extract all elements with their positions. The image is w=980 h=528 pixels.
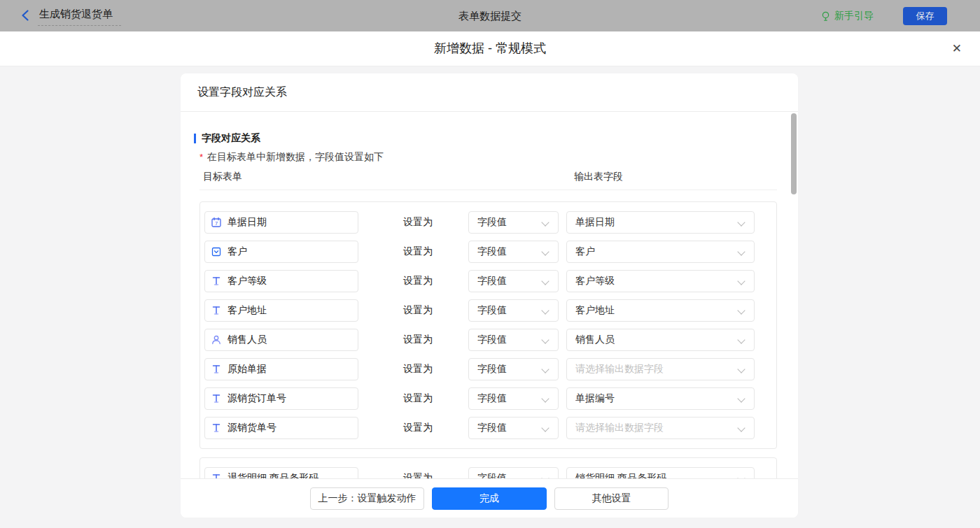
value-type-selected: 字段值 bbox=[477, 334, 507, 346]
output-field-select[interactable]: 客户地址 bbox=[566, 299, 755, 322]
save-button[interactable]: 保存 bbox=[903, 7, 947, 25]
output-field-selected: 请选择输出数据字段 bbox=[575, 363, 664, 376]
value-type-selected: 字段值 bbox=[477, 245, 507, 258]
column-header-output-fields: 输出表字段 bbox=[574, 171, 623, 183]
chevron-down-icon bbox=[541, 277, 549, 285]
chevron-down-icon bbox=[541, 424, 549, 431]
topbar: 生成销货退货单 表单数据提交 新手引导 保存 bbox=[0, 0, 980, 31]
set-as-label: 设置为 bbox=[403, 245, 435, 258]
source-field-box: 退货明细.商品条形码 bbox=[204, 467, 358, 478]
topbar-center-title: 表单数据提交 bbox=[458, 0, 522, 31]
value-type-selected: 字段值 bbox=[477, 304, 507, 317]
svg-text:7: 7 bbox=[215, 220, 218, 227]
required-asterisk: * bbox=[200, 152, 203, 162]
field-mapping-row: 客户等级 设置为 字段值 客户等级 bbox=[204, 266, 772, 296]
source-field-label: 源销货单号 bbox=[227, 422, 276, 434]
chevron-down-icon bbox=[541, 218, 549, 226]
calendar-icon: 7 bbox=[211, 217, 222, 228]
output-field-select[interactable]: 客户 bbox=[566, 241, 755, 263]
beginner-guide-link[interactable]: 新手引导 bbox=[820, 0, 874, 31]
guide-label: 新手引导 bbox=[834, 10, 874, 22]
output-field-selected: 请选择输出数据字段 bbox=[575, 422, 664, 434]
scrollbar-thumb[interactable] bbox=[791, 113, 797, 194]
chevron-down-icon bbox=[541, 365, 549, 373]
value-type-select[interactable]: 字段值 bbox=[468, 329, 559, 351]
value-type-selected: 字段值 bbox=[477, 422, 507, 434]
field-mapping-row: 7 单据日期 设置为 字段值 单据日期 bbox=[204, 208, 772, 237]
card-title: 设置字段对应关系 bbox=[181, 73, 798, 112]
output-field-selected: 销货明细.商品条形码 bbox=[575, 472, 666, 478]
output-field-select[interactable]: 客户等级 bbox=[566, 270, 755, 292]
output-field-select[interactable]: 单据编号 bbox=[566, 387, 755, 410]
source-field-label: 客户地址 bbox=[227, 304, 267, 317]
output-field-selected: 销售人员 bbox=[575, 334, 615, 346]
output-field-select[interactable]: 请选择输出数据字段 bbox=[566, 417, 755, 439]
output-field-select[interactable]: 单据日期 bbox=[566, 211, 755, 234]
card-content: 字段对应关系 *在目标表单中新增数据，字段值设置如下 目标表单 输出表字段 7 … bbox=[181, 113, 798, 478]
value-type-select[interactable]: 字段值 bbox=[468, 417, 559, 439]
source-field-box: 源销货订单号 bbox=[204, 387, 358, 410]
value-type-select[interactable]: 字段值 bbox=[468, 387, 559, 410]
chevron-down-icon bbox=[541, 336, 549, 343]
output-field-select[interactable]: 销售人员 bbox=[566, 329, 755, 351]
source-field-label: 源销货订单号 bbox=[227, 392, 286, 405]
chevron-down-icon bbox=[737, 248, 745, 255]
note-text: 在目标表单中新增数据，字段值设置如下 bbox=[207, 151, 384, 162]
field-mapping-row: 客户地址 设置为 字段值 客户地址 bbox=[204, 296, 772, 325]
chevron-down-icon bbox=[737, 336, 745, 343]
other-settings-button[interactable]: 其他设置 bbox=[554, 487, 668, 510]
text-icon bbox=[211, 276, 222, 287]
previous-step-button[interactable]: 上一步：设置触发动作 bbox=[310, 487, 424, 510]
text-icon bbox=[211, 393, 222, 404]
source-field-label: 原始单据 bbox=[227, 363, 267, 376]
user-icon bbox=[211, 334, 222, 345]
done-button[interactable]: 完成 bbox=[432, 487, 547, 510]
output-field-selected: 客户 bbox=[575, 245, 595, 258]
section-accent-bar bbox=[194, 134, 196, 143]
set-as-label: 设置为 bbox=[403, 334, 435, 346]
close-icon[interactable]: ✕ bbox=[952, 31, 962, 66]
required-note: *在目标表单中新增数据，字段值设置如下 bbox=[200, 151, 798, 162]
modal-title: 新增数据 - 常规模式 bbox=[0, 31, 980, 66]
back-arrow-icon[interactable] bbox=[20, 9, 32, 22]
field-mapping-row: 原始单据 设置为 字段值 请选择输出数据字段 bbox=[204, 355, 772, 384]
card-footer: 上一步：设置触发动作 完成 其他设置 bbox=[181, 478, 798, 518]
output-field-selected: 单据编号 bbox=[575, 392, 615, 405]
value-type-selected: 字段值 bbox=[477, 363, 507, 376]
select-icon bbox=[211, 246, 222, 257]
text-icon bbox=[211, 305, 222, 316]
output-field-select[interactable]: 销货明细.商品条形码 bbox=[566, 467, 755, 478]
value-type-select[interactable]: 字段值 bbox=[468, 241, 559, 263]
chevron-down-icon bbox=[737, 424, 745, 431]
source-field-box: 原始单据 bbox=[204, 358, 358, 380]
source-field-box: 销售人员 bbox=[204, 329, 358, 351]
chevron-down-icon bbox=[541, 306, 549, 314]
field-mapping-row: 退货明细.商品条形码 设置为 字段值 销货明细.商品条形码 bbox=[204, 464, 772, 478]
set-as-label: 设置为 bbox=[403, 275, 435, 287]
value-type-select[interactable]: 字段值 bbox=[468, 358, 559, 380]
field-mapping-row: 客户 设置为 字段值 客户 bbox=[204, 237, 772, 266]
set-as-label: 设置为 bbox=[403, 216, 435, 229]
set-as-label: 设置为 bbox=[403, 422, 435, 434]
modal-header: 新增数据 - 常规模式 ✕ bbox=[0, 31, 980, 66]
settings-card: 设置字段对应关系 字段对应关系 *在目标表单中新增数据，字段值设置如下 目标表单… bbox=[181, 73, 798, 518]
chevron-down-icon bbox=[737, 218, 745, 226]
value-type-select[interactable]: 字段值 bbox=[468, 211, 559, 234]
workflow-title[interactable]: 生成销货退货单 bbox=[38, 8, 121, 26]
section-title: 字段对应关系 bbox=[202, 132, 260, 145]
value-type-select[interactable]: 字段值 bbox=[468, 270, 559, 292]
source-field-label: 退货明细.商品条形码 bbox=[227, 472, 318, 478]
source-field-label: 单据日期 bbox=[227, 216, 267, 229]
modal-body: 设置字段对应关系 字段对应关系 *在目标表单中新增数据，字段值设置如下 目标表单… bbox=[0, 66, 980, 528]
source-field-box: 客户 bbox=[204, 241, 358, 263]
main-field-rows-group: 7 单据日期 设置为 字段值 单据日期 客户 设置为 字段值 客户 客户等级 bbox=[200, 201, 777, 449]
value-type-select[interactable]: 字段值 bbox=[468, 299, 559, 322]
set-as-label: 设置为 bbox=[403, 472, 435, 478]
value-type-select[interactable]: 字段值 bbox=[468, 467, 559, 478]
column-header-target-form: 目标表单 bbox=[203, 171, 242, 183]
column-headers: 目标表单 输出表字段 bbox=[200, 171, 777, 190]
value-type-selected: 字段值 bbox=[477, 216, 507, 229]
chevron-down-icon bbox=[737, 394, 745, 402]
output-field-select[interactable]: 请选择输出数据字段 bbox=[566, 358, 755, 380]
source-field-box: 7 单据日期 bbox=[204, 211, 358, 234]
